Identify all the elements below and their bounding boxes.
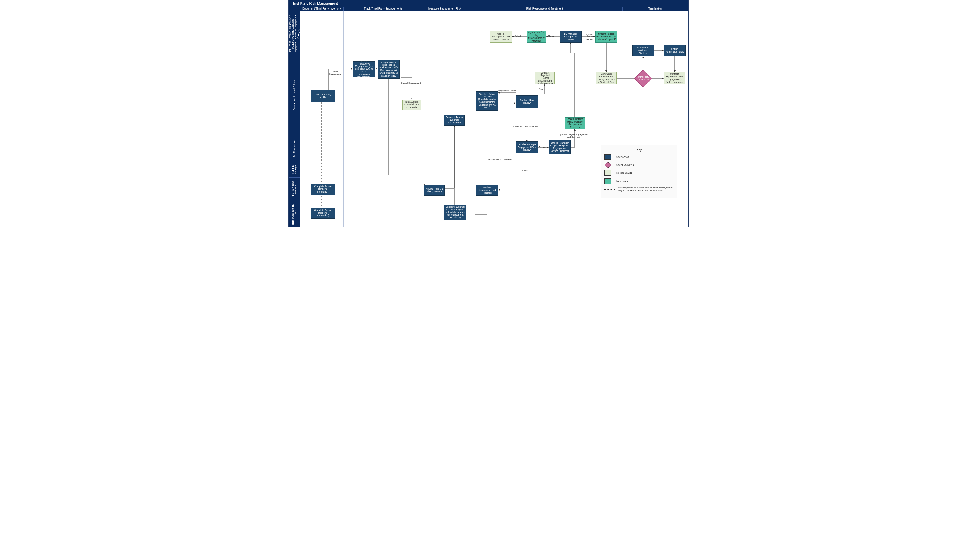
notifies-bu-manager: System Notifies the BU Manager of Approv… [565, 117, 585, 129]
contract-risk-review: Contract Risk Review [516, 95, 538, 108]
label-reject-3: Reject [515, 35, 521, 37]
lane-4: Funding Manager [289, 161, 299, 178]
review-findings: Review Assessment and Findings [476, 185, 498, 196]
add-third-party-profile: Add Third Party Profile [311, 90, 335, 102]
phase-4: Risk Response and Treatment [467, 7, 623, 11]
label-reject-br: Reject [522, 169, 528, 172]
complete-external-assessment: Complete External Assessment (and upload… [444, 205, 466, 220]
contract-executed: Contract is Executed and the System Sets… [596, 72, 617, 84]
legend-title: Key [604, 148, 674, 152]
label-cancel: Cancel Engagement [401, 82, 421, 84]
label-signoff: Sign-Off Execute Contract [582, 33, 596, 40]
bu-risk-supplier: BU Risk Manager Supplier Request / Engag… [549, 140, 570, 154]
label-accept: Accept [539, 146, 545, 148]
lane-labels: 1st Line of Defense Business Unit Manage… [289, 11, 299, 227]
create-upload-contract: Create / Upload Contract (Populate Vendo… [476, 92, 498, 110]
lane-6: Third Party External Contacts [289, 202, 299, 227]
legend-user-action: User Action [604, 154, 674, 160]
label-initiate: Initiate Engagement [327, 70, 343, 75]
phase-3: Measure Engagement Risk [423, 7, 467, 11]
notifies-stakeholders: System Notifies Key Stakeholders of Reje… [527, 31, 546, 43]
phase-5: Termination [623, 7, 688, 11]
diagram-title: Third Party Risk Management [289, 0, 688, 7]
phase-headers: Document Third Party Inventory Track Thi… [289, 7, 688, 11]
label-reject-1: Reject [539, 88, 545, 90]
notifies-legal: System Notifies Procurement/Legal Office… [595, 31, 617, 43]
legend-record-status: Record Status [604, 170, 674, 176]
summarize-termination: Summarize Termination Strategy [632, 45, 654, 57]
phase-1: Document Third Party Inventory [300, 7, 344, 11]
legend-notification: Notification [604, 178, 674, 184]
initiate-engagement: Initiate Prospective Engagement (we also… [353, 61, 375, 77]
contract-rejected-2: Contract Rejected (Cancel Engagement) *a… [664, 72, 685, 84]
lane-5: Third Party Risk Analysts [289, 178, 299, 202]
cancel-eng-contract: Cancel Engagement and Contract Rejected [490, 31, 512, 43]
phase-2: Track Third Party Engagements [344, 7, 423, 11]
bu-manager-review: BU Manager Engagement Review [560, 31, 582, 43]
complete-profile-contacts: Complete Profile (General Information) [311, 208, 335, 218]
bu-risk-review: BU Risk Manager Engagement Risk Review [516, 142, 538, 153]
label-approved-not: Approved – Not Executed [513, 125, 538, 128]
legend-dashed: Data request to an external third party … [604, 187, 674, 192]
lane-3: BU Risk Manager [289, 134, 299, 161]
lane-2: Procurement / Legal Officer [289, 57, 299, 134]
label-approve-reject: Approve / Reject Engagement and Contract [557, 133, 590, 138]
assign-risk-tabs: Assign Internal Risk Tabs to Business (S… [378, 60, 400, 78]
complete-profile-analysts: Complete Profile (General Information) [311, 184, 335, 195]
review-trigger-assessment: Review + Trigger External Assessment [444, 115, 465, 125]
termination-decision: Third Party Termination? [634, 70, 652, 87]
engagement-canceled: Engagement Canceled *add comments [402, 100, 422, 110]
answer-inherent-risk: Answer Inherent Risk Questions [424, 185, 445, 196]
lane-1: 1st Line of Defense Business Unit Manage… [289, 11, 299, 57]
label-reject-2: Reject [548, 35, 554, 37]
define-termination-tasks: Define Termination Tasks [664, 45, 686, 57]
legend-user-evaluation: User Evaluation [604, 163, 674, 167]
label-risk-complete: Risk Analysis Complete [488, 158, 512, 161]
label-negotiate: Negotiate / Revise [499, 90, 516, 92]
legend: Key User Action User Evaluation Record S… [601, 145, 678, 198]
diagram-canvas: Cancel Engagement and Contract Rejected … [299, 11, 688, 227]
contract-rejected: Contract Rejected (Cancel Engagement) *a… [535, 72, 555, 84]
swimlane-diagram: Third Party Risk Management Document Thi… [288, 0, 689, 227]
